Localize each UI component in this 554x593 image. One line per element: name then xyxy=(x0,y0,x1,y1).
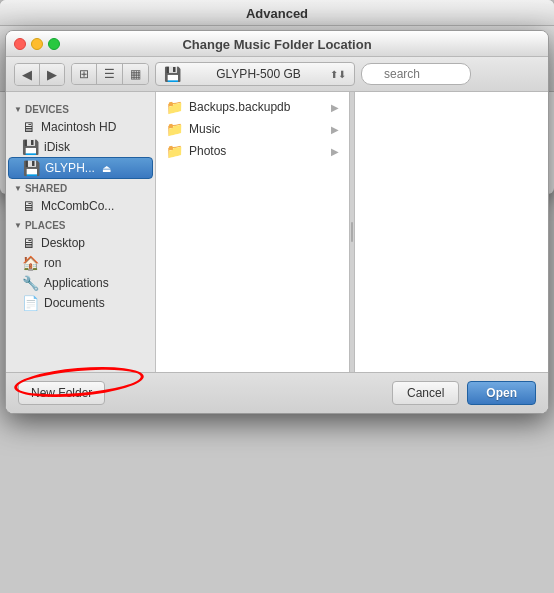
resize-dot xyxy=(351,222,353,242)
sidebar-item-label-idisk: iDisk xyxy=(44,140,70,154)
dialog-footer: New Folder Cancel Open xyxy=(6,372,548,413)
sidebar-item-label-applications: Applications xyxy=(44,276,109,290)
file-list: 📁 Backups.backupdb ▶ 📁 Music ▶ 📁 Photos … xyxy=(156,92,349,372)
file-label-backups: Backups.backupdb xyxy=(189,100,290,114)
sidebar-section-devices: ▼ DEVICES xyxy=(6,100,155,117)
sidebar-item-idisk[interactable]: 💾 iDisk xyxy=(6,137,155,157)
list-view-button[interactable]: ☰ xyxy=(96,64,122,84)
arrow-icon-photos: ▶ xyxy=(331,146,339,157)
icon-view-button[interactable]: ⊞ xyxy=(72,64,96,84)
applications-icon: 🔧 xyxy=(22,275,39,291)
dialog-titlebar: Change Music Folder Location xyxy=(6,31,548,57)
sidebar-item-label-documents: Documents xyxy=(44,296,105,310)
places-triangle-icon: ▼ xyxy=(14,221,22,230)
column-view-button[interactable]: ▦ xyxy=(122,64,148,84)
sidebar-item-desktop[interactable]: 🖥 Desktop xyxy=(6,233,155,253)
dialog-title: Change Music Folder Location xyxy=(182,37,371,52)
cancel-button[interactable]: Cancel xyxy=(392,381,459,405)
desktop-icon: 🖥 xyxy=(22,235,36,251)
places-label: PLACES xyxy=(25,220,66,231)
mccombco-icon: 🖥 xyxy=(22,198,36,214)
new-folder-button[interactable]: New Folder xyxy=(18,381,105,405)
location-dropdown[interactable]: 💾 GLYPH-500 GB ⬆⬇ xyxy=(155,62,355,86)
sidebar-item-label-glyph: GLYPH... xyxy=(45,161,95,175)
sidebar-item-label-ron: ron xyxy=(44,256,61,270)
prefs-titlebar: Advanced xyxy=(0,0,554,26)
arrow-icon-music: ▶ xyxy=(331,124,339,135)
folder-icon-music: 📁 xyxy=(166,121,183,137)
sidebar-panel: ▼ DEVICES 🖥 Macintosh HD 💾 iDisk 💾 GLYPH… xyxy=(6,92,156,372)
sidebar-item-mccombco[interactable]: 🖥 McCombCo... xyxy=(6,196,155,216)
close-button[interactable] xyxy=(14,38,26,50)
sidebar-section-places: ▼ PLACES xyxy=(6,216,155,233)
search-wrapper: 🔍 xyxy=(361,63,471,85)
maximize-button[interactable] xyxy=(48,38,60,50)
shared-label: SHARED xyxy=(25,183,67,194)
traffic-lights xyxy=(14,38,60,50)
dialog-overlay: Change Music Folder Location ◀ ▶ ⊞ ☰ ▦ 💾… xyxy=(5,30,549,414)
dialog-body: ▼ DEVICES 🖥 Macintosh HD 💾 iDisk 💾 GLYPH… xyxy=(6,92,548,372)
file-label-music: Music xyxy=(189,122,220,136)
dropdown-arrow-icon: ⬆⬇ xyxy=(330,69,346,80)
open-button[interactable]: Open xyxy=(467,381,536,405)
sidebar-item-label-macintosh-hd: Macintosh HD xyxy=(41,120,116,134)
search-input[interactable] xyxy=(361,63,471,85)
sidebar-item-macintosh-hd[interactable]: 🖥 Macintosh HD xyxy=(6,117,155,137)
footer-right: Cancel Open xyxy=(392,381,536,405)
devices-triangle-icon: ▼ xyxy=(14,105,22,114)
sidebar-item-glyph[interactable]: 💾 GLYPH... ⏏ xyxy=(8,157,153,179)
minimize-button[interactable] xyxy=(31,38,43,50)
dialog-toolbar: ◀ ▶ ⊞ ☰ ▦ 💾 GLYPH-500 GB ⬆⬇ 🔍 xyxy=(6,57,548,92)
devices-label: DEVICES xyxy=(25,104,69,115)
view-buttons: ⊞ ☰ ▦ xyxy=(71,63,149,85)
back-button[interactable]: ◀ xyxy=(15,64,40,85)
glyph-icon: 💾 xyxy=(23,160,40,176)
folder-icon-photos: 📁 xyxy=(166,143,183,159)
folder-icon-backups: 📁 xyxy=(166,99,183,115)
file-item-backups[interactable]: 📁 Backups.backupdb ▶ xyxy=(156,96,349,118)
sidebar-item-label-desktop: Desktop xyxy=(41,236,85,250)
nav-buttons: ◀ ▶ xyxy=(14,63,65,86)
sidebar-item-ron[interactable]: 🏠 ron xyxy=(6,253,155,273)
right-panel xyxy=(355,92,548,372)
eject-icon: ⏏ xyxy=(102,163,111,174)
sidebar-item-applications[interactable]: 🔧 Applications xyxy=(6,273,155,293)
location-label: GLYPH-500 GB xyxy=(216,67,300,81)
prefs-title: Advanced xyxy=(246,6,308,21)
file-item-music[interactable]: 📁 Music ▶ xyxy=(156,118,349,140)
macintosh-hd-icon: 🖥 xyxy=(22,119,36,135)
file-item-photos[interactable]: 📁 Photos ▶ xyxy=(156,140,349,162)
idisk-icon: 💾 xyxy=(22,139,39,155)
arrow-icon-backups: ▶ xyxy=(331,102,339,113)
file-label-photos: Photos xyxy=(189,144,226,158)
shared-triangle-icon: ▼ xyxy=(14,184,22,193)
main-panel: 📁 Backups.backupdb ▶ 📁 Music ▶ 📁 Photos … xyxy=(156,92,349,372)
documents-icon: 📄 xyxy=(22,295,39,311)
sidebar-item-label-mccombco: McCombCo... xyxy=(41,199,114,213)
sidebar-item-documents[interactable]: 📄 Documents xyxy=(6,293,155,313)
sidebar-section-shared: ▼ SHARED xyxy=(6,179,155,196)
forward-button[interactable]: ▶ xyxy=(40,64,64,85)
ron-icon: 🏠 xyxy=(22,255,39,271)
location-icon: 💾 xyxy=(164,66,181,82)
